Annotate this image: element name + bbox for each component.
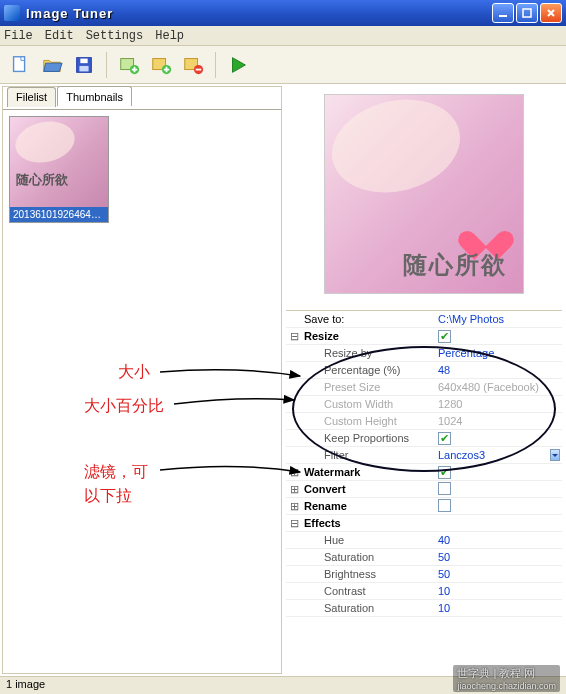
label-brightness: Brightness	[302, 568, 436, 580]
row-effects[interactable]: ⊟Effects	[286, 515, 562, 532]
right-pane: 随心所欲 Save to:C:\My Photos ⊟Resize✔ Resiz…	[282, 84, 566, 676]
row-resize[interactable]: ⊟Resize✔	[286, 328, 562, 345]
label-convert: Convert	[302, 483, 436, 495]
content: Filelist Thumbnails 随心所欲 201361019264646…	[0, 84, 566, 676]
value-preset: 640x480 (Facebook)	[436, 381, 562, 393]
checkbox-keep[interactable]: ✔	[438, 432, 451, 445]
label-resize: Resize	[302, 330, 436, 342]
tabs: Filelist Thumbnails	[7, 85, 133, 105]
label-contrast: Contrast	[302, 585, 436, 597]
collapse-icon[interactable]: ⊟	[286, 330, 302, 343]
row-saturation[interactable]: Saturation50	[286, 549, 562, 566]
svg-rect-4	[80, 58, 87, 63]
value-contrast[interactable]: 10	[436, 585, 562, 597]
value-custom-height: 1024	[436, 415, 562, 427]
site-watermark: 世字典 | 教程 网 jiaocheng.chazidian.com	[453, 665, 560, 692]
thumbnails-area[interactable]: 随心所欲 2013610192646468...	[3, 109, 281, 673]
row-keep-proportions[interactable]: Keep Proportions✔	[286, 430, 562, 447]
save-button[interactable]	[70, 51, 98, 79]
row-saturation2[interactable]: Saturation10	[286, 600, 562, 617]
svg-rect-1	[523, 9, 531, 17]
row-brightness[interactable]: Brightness50	[286, 566, 562, 583]
value-resize-by[interactable]: Percentage	[436, 347, 562, 359]
heart-icon	[469, 219, 503, 249]
tab-filelist[interactable]: Filelist	[7, 87, 56, 107]
label-custom-height: Custom Height	[302, 415, 436, 427]
row-resize-by[interactable]: Resize byPercentage	[286, 345, 562, 362]
value-hue[interactable]: 40	[436, 534, 562, 546]
separator	[106, 52, 107, 78]
row-hue[interactable]: Hue40	[286, 532, 562, 549]
value-percentage[interactable]: 48	[436, 364, 562, 376]
label-resize-by: Resize by	[302, 347, 436, 359]
menu-file[interactable]: File	[4, 29, 33, 43]
run-button[interactable]	[224, 51, 252, 79]
row-contrast[interactable]: Contrast10	[286, 583, 562, 600]
annotation-filter2: 以下拉	[84, 486, 132, 507]
label-percentage: Percentage (%)	[302, 364, 436, 376]
collapse-icon[interactable]: ⊟	[286, 517, 302, 530]
checkbox-rename[interactable]	[438, 499, 451, 512]
row-preset-size: Preset Size640x480 (Facebook)	[286, 379, 562, 396]
maximize-button[interactable]	[516, 3, 538, 23]
menu-edit[interactable]: Edit	[45, 29, 74, 43]
checkbox-watermark[interactable]: ✔	[438, 466, 451, 479]
preview-image: 随心所欲	[324, 94, 524, 294]
annotation-filter1: 滤镜，可	[84, 462, 148, 483]
add-folder-button[interactable]	[147, 51, 175, 79]
status-text: 1 image	[6, 678, 45, 690]
properties-panel: Save to:C:\My Photos ⊟Resize✔ Resize byP…	[286, 310, 562, 674]
value-brightness[interactable]: 50	[436, 568, 562, 580]
menubar: File Edit Settings Help	[0, 26, 566, 46]
row-save-to[interactable]: Save to:C:\My Photos	[286, 311, 562, 328]
value-save-to[interactable]: C:\My Photos	[436, 313, 562, 325]
menu-help[interactable]: Help	[155, 29, 184, 43]
add-image-button[interactable]	[115, 51, 143, 79]
row-filter[interactable]: FilterLanczos3	[286, 447, 562, 464]
close-button[interactable]	[540, 3, 562, 23]
row-custom-height: Custom Height1024	[286, 413, 562, 430]
svg-rect-5	[79, 65, 88, 71]
label-hue: Hue	[302, 534, 436, 546]
tab-thumbnails[interactable]: Thumbnails	[57, 86, 132, 106]
row-percentage[interactable]: Percentage (%)48	[286, 362, 562, 379]
annotation-size-pct: 大小百分比	[84, 396, 164, 417]
separator	[215, 52, 216, 78]
watermark-line1: 世字典 | 教程 网	[457, 666, 556, 681]
expand-icon[interactable]: ⊞	[286, 500, 302, 513]
titlebar: Image Tuner	[0, 0, 566, 26]
label-saturation2: Saturation	[302, 602, 436, 614]
menu-settings[interactable]: Settings	[86, 29, 144, 43]
expand-icon[interactable]: ⊞	[286, 483, 302, 496]
expand-icon[interactable]: ⊞	[286, 466, 302, 479]
checkbox-convert[interactable]	[438, 482, 451, 495]
label-saturation: Saturation	[302, 551, 436, 563]
thumbnail-image: 随心所欲	[10, 117, 108, 207]
thumbnail-overlay-text: 随心所欲	[16, 171, 68, 189]
value-filter[interactable]: Lanczos3	[436, 449, 550, 461]
remove-image-button[interactable]	[179, 51, 207, 79]
row-watermark[interactable]: ⊞Watermark✔	[286, 464, 562, 481]
label-watermark: Watermark	[302, 466, 436, 478]
svg-rect-0	[499, 15, 507, 17]
label-keep: Keep Proportions	[302, 432, 436, 444]
label-save-to: Save to:	[302, 313, 436, 325]
label-filter: Filter	[302, 449, 436, 461]
new-button[interactable]	[6, 51, 34, 79]
minimize-button[interactable]	[492, 3, 514, 23]
thumbnail-item[interactable]: 随心所欲 2013610192646468...	[9, 116, 109, 223]
value-custom-width: 1280	[436, 398, 562, 410]
label-effects: Effects	[302, 517, 436, 529]
row-convert[interactable]: ⊞Convert	[286, 481, 562, 498]
watermark-line2: jiaocheng.chazidian.com	[457, 681, 556, 691]
dropdown-icon[interactable]	[550, 449, 560, 461]
annotation-size: 大小	[118, 362, 150, 383]
open-button[interactable]	[38, 51, 66, 79]
value-saturation[interactable]: 50	[436, 551, 562, 563]
row-rename[interactable]: ⊞Rename	[286, 498, 562, 515]
toolbar	[0, 46, 566, 84]
app-icon	[4, 5, 20, 21]
label-rename: Rename	[302, 500, 436, 512]
value-saturation2[interactable]: 10	[436, 602, 562, 614]
checkbox-resize[interactable]: ✔	[438, 330, 451, 343]
